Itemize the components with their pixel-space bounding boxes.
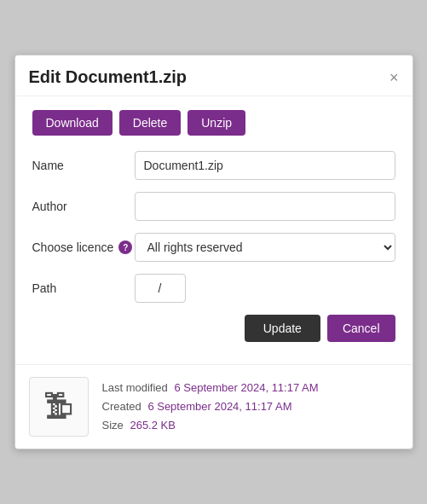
created-row: Created 6 September 2024, 11:17 AM (102, 397, 319, 416)
file-icon-box: 🗜 (29, 377, 89, 437)
zip-icon: 🗜 (43, 389, 74, 425)
last-modified-row: Last modified 6 September 2024, 11:17 AM (102, 379, 319, 397)
cancel-button[interactable]: Cancel (327, 315, 395, 342)
licence-select[interactable]: All rights reserved CC BY CC BY-SA CC BY… (135, 233, 395, 262)
modal-title: Edit Document1.zip (29, 67, 188, 87)
author-label: Author (32, 200, 135, 213)
modal-header: Edit Document1.zip × (15, 55, 413, 96)
licence-label: Choose licence ? (32, 240, 135, 254)
licence-row: Choose licence ? All rights reserved CC … (32, 233, 395, 262)
author-input[interactable] (135, 192, 395, 221)
action-row: Update Cancel (32, 315, 395, 342)
last-modified-label: Last modified (102, 381, 168, 394)
toolbar: Download Delete Unzip (32, 110, 395, 136)
file-info-section: 🗜 Last modified 6 September 2024, 11:17 … (15, 364, 413, 449)
modal-body: Download Delete Unzip Name Author Choose… (15, 96, 413, 364)
path-input[interactable] (135, 274, 186, 303)
update-button[interactable]: Update (245, 315, 320, 342)
size-row: Size 265.2 KB (102, 416, 319, 435)
delete-button[interactable]: Delete (119, 110, 181, 136)
path-label: Path (32, 281, 135, 295)
author-row: Author (32, 192, 395, 221)
edit-modal: Edit Document1.zip × Download Delete Unz… (14, 55, 413, 449)
size-label: Size (102, 419, 124, 432)
name-row: Name (32, 151, 395, 180)
size-value: 265.2 KB (130, 419, 176, 432)
file-meta: Last modified 6 September 2024, 11:17 AM… (102, 379, 319, 435)
last-modified-value: 6 September 2024, 11:17 AM (174, 381, 318, 394)
unzip-button[interactable]: Unzip (188, 110, 245, 136)
path-row: Path (32, 274, 395, 303)
download-button[interactable]: Download (32, 110, 113, 136)
created-value: 6 September 2024, 11:17 AM (147, 400, 291, 413)
name-input[interactable] (135, 151, 395, 180)
name-label: Name (32, 159, 135, 172)
licence-help-icon[interactable]: ? (118, 240, 132, 254)
created-label: Created (102, 400, 141, 413)
close-button[interactable]: × (389, 70, 399, 85)
